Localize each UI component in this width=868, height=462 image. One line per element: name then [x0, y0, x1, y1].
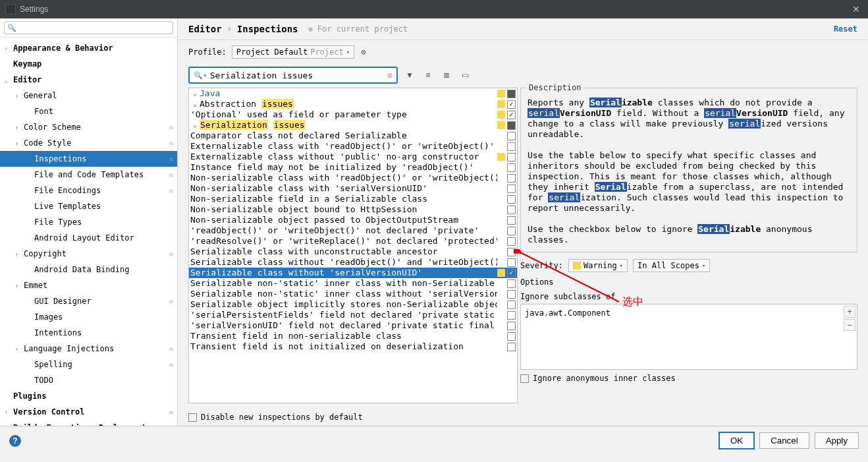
- inspections-tree[interactable]: ⌄Java⌄Abstraction issues'Optional' used …: [188, 88, 518, 403]
- inspection-row[interactable]: 'readObject()' or 'writeObject()' not de…: [189, 225, 517, 236]
- sidebar-item[interactable]: Inspections▫: [0, 151, 177, 167]
- sidebar-item[interactable]: File Encodings▫: [0, 183, 177, 198]
- main-panel: Editor › Inspections For current project…: [178, 18, 868, 426]
- sidebar-tree[interactable]: ›Appearance & BehaviorKeymap⌄Editor›Gene…: [0, 38, 177, 426]
- ignore-subclasses-list[interactable]: java.awt.Component + −: [520, 304, 857, 370]
- inspection-row[interactable]: Comparator class not declared Serializab…: [189, 130, 517, 141]
- inspection-row[interactable]: Transient field in non-serializable clas…: [189, 331, 517, 341]
- sidebar-item[interactable]: Spelling▫: [0, 357, 177, 372]
- sidebar-item[interactable]: ›Copyright▫: [0, 246, 177, 262]
- warning-swatch-icon: [573, 262, 581, 270]
- inspection-search[interactable]: 🔍▾ ⊗: [188, 67, 398, 84]
- inspection-row[interactable]: Transient field is not initialized on de…: [189, 341, 517, 352]
- collapse-all-icon[interactable]: ≣: [440, 69, 453, 82]
- severity-row: Severity: Warning ▾ In All Scopes ▾: [520, 256, 857, 275]
- sidebar-item[interactable]: File Types: [0, 214, 177, 230]
- sidebar-search-wrap: 🔍: [0, 18, 177, 38]
- ignore-subclasses-value: java.awt.Component: [525, 308, 610, 318]
- sidebar-search[interactable]: 🔍: [4, 21, 173, 34]
- sidebar-item[interactable]: GUI Designer▫: [0, 293, 177, 309]
- inspection-row[interactable]: 'readResolve()' or 'writeReplace()' not …: [189, 236, 517, 246]
- disable-new-label: Disable new inspections by default: [201, 413, 363, 422]
- disable-new-row[interactable]: Disable new inspections by default: [178, 409, 868, 426]
- inspection-toolbar: 🔍▾ ⊗ ▼ ≡ ≣ ▭: [178, 64, 868, 88]
- inspection-row[interactable]: Externalizable class without 'public' no…: [189, 152, 517, 162]
- severity-label: Severity:: [520, 261, 563, 270]
- sidebar-item[interactable]: Plugins: [0, 388, 177, 404]
- inspection-row[interactable]: ⌄Abstraction issues: [189, 99, 517, 109]
- sidebar-item[interactable]: ›General: [0, 88, 177, 103]
- sidebar-item[interactable]: ›Build, Execution, Deployment: [0, 420, 177, 426]
- inspection-row[interactable]: Non-serializable object bound to HttpSes…: [189, 204, 517, 215]
- search-icon: 🔍: [7, 24, 16, 32]
- reset-link[interactable]: Reset: [834, 24, 857, 34]
- sidebar-item[interactable]: ›Code Style▫: [0, 135, 177, 151]
- window-title: Settings: [20, 5, 850, 14]
- add-class-button[interactable]: +: [844, 306, 855, 318]
- help-icon[interactable]: ?: [9, 435, 21, 447]
- close-icon[interactable]: ✕: [850, 4, 863, 14]
- sidebar-item[interactable]: Font: [0, 103, 177, 119]
- sidebar-item[interactable]: Android Layout Editor: [0, 230, 177, 246]
- inspection-row[interactable]: Serializable class with unconstructable …: [189, 246, 517, 257]
- description-legend: Description: [526, 83, 583, 92]
- remove-class-button[interactable]: −: [844, 319, 855, 331]
- inspection-row[interactable]: Serializable object implicitly stores no…: [189, 299, 517, 310]
- sidebar-item[interactable]: TODO: [0, 372, 177, 388]
- titlebar: Settings ✕: [0, 0, 868, 18]
- breadcrumb-part: Editor: [188, 24, 222, 34]
- ok-button[interactable]: OK: [719, 432, 754, 449]
- inspection-row[interactable]: 'Optional' used as field or parameter ty…: [189, 109, 517, 120]
- inspection-row[interactable]: Serializable class without 'readObject()…: [189, 257, 517, 268]
- inspection-row[interactable]: 'serialVersionUID' field not declared 'p…: [189, 320, 517, 331]
- sidebar-item[interactable]: Android Data Binding: [0, 262, 177, 277]
- sidebar-item[interactable]: ›Emmet: [0, 277, 177, 293]
- scope-select[interactable]: In All Scopes ▾: [633, 259, 710, 272]
- dialog-footer: ? OK Cancel Apply: [0, 426, 868, 455]
- inspection-row[interactable]: Serializable non-'static' inner class wi…: [189, 278, 517, 289]
- inspection-row[interactable]: 'serialPersistentFields' field not decla…: [189, 310, 517, 320]
- inspection-row[interactable]: Non-serializable object passed to Object…: [189, 215, 517, 225]
- cancel-button[interactable]: Cancel: [759, 432, 809, 449]
- inspection-row[interactable]: Serializable non-'static' inner class wi…: [189, 289, 517, 299]
- checkbox-icon[interactable]: [188, 413, 197, 422]
- profile-select[interactable]: Project Default Project ▾: [232, 45, 354, 59]
- sidebar-item[interactable]: ›Language Injections▫: [0, 341, 177, 357]
- sidebar-item[interactable]: ›Version Control▫: [0, 404, 177, 420]
- sidebar-item[interactable]: ⌄Editor: [0, 72, 177, 88]
- inspection-row[interactable]: Non-serializable class with 'readObject(…: [189, 173, 517, 183]
- clear-icon[interactable]: ⊗: [387, 70, 393, 80]
- checkbox-icon[interactable]: [520, 374, 529, 383]
- inspection-row[interactable]: ⌄Serialization issues: [189, 120, 517, 130]
- profile-label: Profile:: [188, 47, 227, 57]
- description-panel: Description Reports any Serializable cla…: [520, 88, 857, 403]
- inspection-row[interactable]: ⌄Java: [189, 88, 517, 99]
- reset-view-icon[interactable]: ▭: [458, 69, 472, 82]
- sidebar-search-input[interactable]: [19, 23, 170, 32]
- description-text: Reports any Serializable classes which d…: [521, 88, 857, 252]
- expand-all-icon[interactable]: ≡: [421, 69, 435, 82]
- inspection-row[interactable]: Instance field may not be initialized by…: [189, 162, 517, 173]
- inspection-search-input[interactable]: [210, 71, 387, 80]
- inspection-row[interactable]: Externalizable class with 'readObject()'…: [189, 141, 517, 152]
- sidebar-item[interactable]: Images: [0, 309, 177, 325]
- filter-icon[interactable]: ▼: [403, 69, 416, 82]
- scope-value: In All Scopes: [637, 261, 699, 270]
- sidebar-item[interactable]: ›Color Scheme▫: [0, 119, 177, 135]
- sidebar-item[interactable]: File and Code Templates▫: [0, 167, 177, 183]
- apply-button[interactable]: Apply: [815, 432, 859, 449]
- gear-icon[interactable]: ⚙: [361, 47, 366, 57]
- inspection-row[interactable]: Serializable class without 'serialVersio…: [189, 268, 517, 278]
- severity-select[interactable]: Warning ▾: [568, 259, 628, 272]
- breadcrumb-row: Editor › Inspections For current project…: [178, 18, 868, 40]
- for-current-project-label: For current project: [309, 24, 408, 34]
- sidebar-item[interactable]: Keymap: [0, 56, 177, 72]
- sidebar-item[interactable]: ›Appearance & Behavior: [0, 40, 177, 56]
- inspection-row[interactable]: Non-serializable field in a Serializable…: [189, 194, 517, 204]
- ignore-anon-row[interactable]: Ignore anonymous inner classes: [520, 370, 857, 386]
- sidebar-item[interactable]: Intentions: [0, 325, 177, 341]
- sidebar-item[interactable]: Live Templates: [0, 198, 177, 214]
- ignore-subclasses-label: Ignore subclasses of: [520, 292, 857, 301]
- options-legend: Options: [520, 275, 857, 292]
- inspection-row[interactable]: Non-serializable class with 'serialVersi…: [189, 183, 517, 194]
